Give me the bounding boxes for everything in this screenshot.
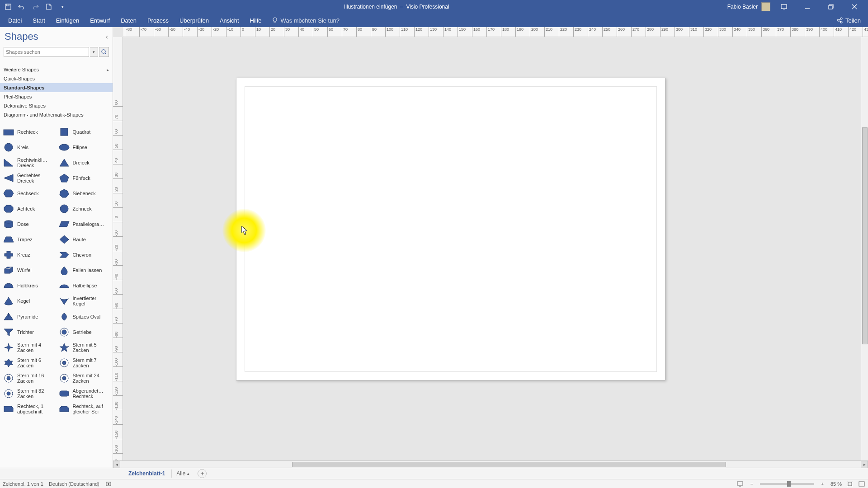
ribbon-tab-einfügen[interactable]: Einfügen [51,14,85,27]
ribbon-tab-datei[interactable]: Datei [3,14,27,27]
svg-rect-4 [829,5,832,9]
close-button[interactable] [844,0,864,14]
sheet-tab-active[interactable]: Zeichenblatt-1 [122,469,172,478]
user-avatar[interactable] [761,2,770,11]
new-doc-icon[interactable] [45,3,52,10]
svg-line-14 [105,53,106,54]
shape-item[interactable]: Dose [2,217,56,231]
shape-item[interactable]: Fünfeck [57,171,111,185]
share-button[interactable]: Teilen [836,17,868,24]
shape-item[interactable]: Achteck [2,202,56,216]
maximize-button[interactable] [821,0,841,14]
fit-page-icon[interactable] [846,480,854,488]
search-go-button[interactable] [99,47,109,57]
user-name[interactable]: Fabio Basler [727,4,758,10]
svg-line-11 [839,19,841,20]
shape-item[interactable]: Halbkreis [2,278,56,293]
ribbon-tab-ansicht[interactable]: Ansicht [214,14,245,27]
svg-rect-15 [4,130,14,135]
shape-item[interactable]: Getriebe [57,325,111,339]
ribbon-tab-prozess[interactable]: Prozess [142,14,174,27]
shape-item[interactable]: Zehneck [57,202,111,216]
shape-item[interactable]: Kegel [2,294,56,308]
undo-icon[interactable] [18,3,25,10]
shape-category[interactable]: Standard-Shapes [0,83,113,92]
zoom-in-icon[interactable]: + [819,480,826,488]
shape-category-list: Weitere ShapesQuick-ShapesStandard-Shape… [0,65,113,119]
minimize-button[interactable] [797,0,817,14]
shape-category[interactable]: Dekorative Shapes [0,101,113,110]
shape-item[interactable]: Parallelogra… [57,217,111,231]
ribbon-tab-start[interactable]: Start [27,14,50,27]
fullscreen-icon[interactable] [858,480,865,488]
shape-item[interactable]: Ellipse [57,140,111,155]
vertical-scrollbar[interactable] [861,37,868,460]
shape-item[interactable]: Gedrehtes Dreieck [2,171,56,185]
shape-item[interactable]: Spitzes Oval [57,310,111,324]
shape-item[interactable]: Trichter [2,325,56,339]
zoom-slider[interactable] [760,483,814,485]
shape-item[interactable]: Halbellipse [57,278,111,293]
save-icon[interactable] [5,3,12,10]
shapes-search-input[interactable] [4,47,89,57]
presentation-mode-icon[interactable] [736,480,744,488]
collapse-panel-icon[interactable]: ‹ [106,33,108,40]
search-dropdown-icon[interactable]: ▾ [90,47,98,57]
sheet-tab-bar: Zeichenblatt-1 Alle▴ + [0,468,868,479]
shape-item[interactable]: Invertierter Kegel [57,294,111,308]
ribbon-tab-überprüfen[interactable]: Überprüfen [174,14,214,27]
ribbon-display-options-icon[interactable] [774,0,794,14]
add-sheet-button[interactable]: + [198,469,207,478]
zoom-level[interactable]: 85 % [830,481,842,487]
shape-item[interactable]: Stern mit 7 Zacken [57,356,111,370]
shape-item[interactable]: Kreis [2,140,56,155]
shape-item[interactable]: Rechtwinkli… Dreieck [2,155,56,170]
shape-item[interactable]: Fallen lassen [57,263,111,277]
shape-item[interactable]: Würfel [2,263,56,277]
shape-category[interactable]: Weitere Shapes [0,65,113,74]
shape-thumb-icon [58,250,70,260]
drawing-viewport[interactable] [123,37,868,460]
shape-item[interactable]: Dreieck [57,155,111,170]
ribbon-tab-daten[interactable]: Daten [115,14,142,27]
shape-item[interactable]: Quadrat [57,125,111,139]
shape-item[interactable]: Stern mit 24 Zacken [57,371,111,385]
shape-category[interactable]: Quick-Shapes [0,74,113,83]
shape-item[interactable]: Rechteck, 1 abgeschnitt [2,402,56,416]
shape-item[interactable]: Sechseck [2,186,56,201]
status-language[interactable]: Deutsch (Deutschland) [49,481,99,487]
shape-item[interactable]: Stern mit 5 Zacken [57,340,111,355]
redo-icon[interactable] [32,3,39,10]
svg-rect-35 [848,482,852,486]
shape-item[interactable]: Stern mit 4 Zacken [2,340,56,355]
shape-item[interactable]: Stern mit 32 Zacken [2,386,56,401]
macro-record-icon[interactable] [105,480,112,488]
shape-item[interactable]: Kreuz [2,248,56,262]
shape-item[interactable]: Siebeneck [57,186,111,201]
shape-item[interactable]: Rechteck, auf gleicher Sei [57,402,111,416]
shape-item[interactable]: Abgerundet… Rechteck [57,386,111,401]
shape-item[interactable]: Stern mit 6 Zacken [2,356,56,370]
shape-thumb-icon [3,142,14,152]
shape-item[interactable]: Raute [57,232,111,247]
sheet-tab-all[interactable]: Alle▴ [172,469,194,478]
qat-customize-icon[interactable]: ▾ [59,3,66,10]
shape-thumb-icon [58,173,70,183]
tell-me[interactable]: Was möchten Sie tun? [272,17,340,24]
shape-item[interactable]: Rechteck [2,125,56,139]
shape-item-label: Stern mit 16 Zacken [17,373,55,384]
shape-item[interactable]: Trapez [2,232,56,247]
ribbon-tab-hilfe[interactable]: Hilfe [245,14,267,27]
shape-category[interactable]: Pfeil-Shapes [0,92,113,101]
shape-thumb-icon [58,343,70,352]
scroll-right-icon[interactable]: ▸ [861,461,868,468]
horizontal-scrollbar[interactable]: ◂ ▸ [113,460,868,468]
shape-item[interactable]: Stern mit 16 Zacken [2,371,56,385]
shape-item[interactable]: Chevron [57,248,111,262]
ribbon-tab-entwurf[interactable]: Entwurf [85,14,115,27]
shape-category[interactable]: Diagramm- und Mathematik-Shapes [0,110,113,119]
zoom-out-icon[interactable]: − [748,480,755,488]
drawing-page[interactable] [236,78,665,380]
scroll-left-icon[interactable]: ◂ [113,461,120,468]
shape-item[interactable]: Pyramide [2,310,56,324]
